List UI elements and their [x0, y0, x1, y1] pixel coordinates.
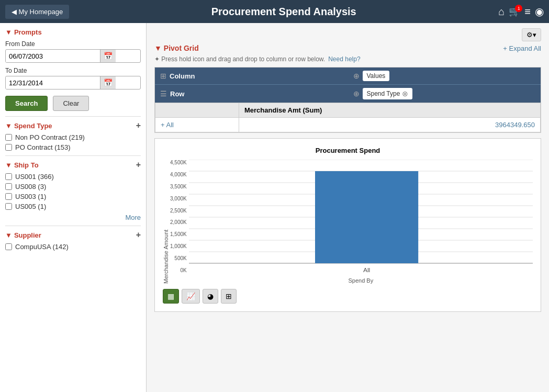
chart-svg-wrap: All Spend By — [189, 160, 533, 284]
y-tick-3: 3,500K — [170, 184, 187, 189]
supplier-arrow: ▼ — [5, 231, 12, 239]
supplier-checkbox-1[interactable] — [5, 243, 12, 250]
ship-to-checkbox-1[interactable] — [5, 173, 12, 180]
column-icon: ⊞ — [160, 72, 166, 80]
spend-type-item-label-2: PO Contract (153) — [15, 143, 71, 151]
x-axis-label: Spend By — [189, 277, 533, 284]
ship-to-label: Ship To — [14, 161, 39, 169]
chart-title: Procurement Spend — [163, 147, 533, 154]
y-tick-7: 1,500K — [170, 231, 187, 237]
search-button[interactable]: Search — [5, 96, 48, 111]
ship-to-more-link[interactable]: More — [5, 214, 141, 221]
pivot-column-row: ⊞ Column ⊕ Values — [155, 68, 541, 84]
left-panel: ▼ Prompts From Date 📅 To Date 📅 — [0, 23, 147, 392]
ship-to-item-2: US008 (3) — [15, 183, 46, 191]
home-icon-button[interactable]: ⌂ — [498, 6, 505, 18]
cart-icon-button[interactable]: 🛒1 — [509, 6, 520, 17]
from-date-input-wrap: 📅 — [5, 49, 141, 63]
back-button[interactable]: ◀ My Homepage — [5, 5, 69, 19]
bar-chart-button[interactable]: ▦ — [163, 289, 179, 304]
spend-type-label: Spend Type — [14, 122, 52, 130]
settings-row: ⚙▾ — [154, 28, 541, 41]
pivot-column-cell: ⊞ Column — [155, 68, 348, 84]
row-icon: ☰ — [160, 89, 167, 98]
to-date-input[interactable] — [6, 77, 100, 89]
ship-to-add-icon[interactable]: + — [136, 160, 141, 170]
list-item: PO Contract (153) — [5, 143, 141, 151]
user-icon-button[interactable]: ◉ — [535, 5, 544, 18]
pivot-grid-arrow: ▼ — [154, 44, 162, 52]
expand-all-link[interactable]: + Expand All — [503, 44, 541, 52]
y-tick-8: 1,000K — [170, 243, 187, 249]
supplier-add-icon[interactable]: + — [136, 230, 141, 240]
need-help-link[interactable]: Need help? — [328, 55, 360, 63]
table-chart-button[interactable]: ⊞ — [221, 289, 237, 304]
spend-type-drag-icon[interactable]: ⊕ — [353, 89, 360, 98]
list-item: Non PO Contract (219) — [5, 133, 141, 141]
pivot-row-row: ☰ Row ⊕ Spend Type ⊗ — [155, 84, 541, 103]
spend-type-item-label-1: Non PO Contract (219) — [15, 133, 85, 141]
spend-type-items: Non PO Contract (219) PO Contract (153) — [5, 133, 141, 151]
pivot-grid-container: ⊞ Column ⊕ Values ☰ Row ⊕ Spend Type — [154, 67, 541, 133]
ship-to-item-3: US003 (1) — [15, 193, 46, 200]
prompts-section: ▼ Prompts From Date 📅 To Date 📅 — [5, 28, 141, 111]
list-item: US008 (3) — [5, 183, 141, 191]
ship-to-checkbox-3[interactable] — [5, 193, 12, 200]
spend-type-checkbox-2[interactable] — [5, 144, 12, 151]
chart-area: Merchandise Amount 4,500K 4,000K 3,500K … — [163, 160, 533, 284]
list-item: CompuUSA (142) — [5, 243, 141, 251]
y-tick-6: 2,000K — [170, 219, 187, 225]
supplier-section: ▼ Supplier + CompuUSA (142) — [5, 230, 141, 251]
all-row-value: 3964349.650 — [239, 118, 541, 132]
y-tick-2: 4,000K — [170, 172, 187, 177]
all-row-label[interactable]: + All — [155, 118, 239, 132]
y-tick-5: 2,500K — [170, 208, 187, 214]
from-date-label: From Date — [5, 40, 141, 48]
prompts-label: Prompts — [14, 28, 42, 36]
from-date-input[interactable] — [6, 50, 100, 62]
pie-chart-button[interactable]: ◕ — [203, 289, 218, 304]
ship-to-item-1: US001 (366) — [15, 173, 54, 181]
list-item: US003 (1) — [5, 193, 141, 200]
ship-to-section: ▼ Ship To + US001 (366) US008 (3) — [5, 160, 141, 221]
spend-type-header[interactable]: ▼ Spend Type + — [5, 121, 141, 130]
help-text: ✦ Press hold icon and drag and drop to c… — [154, 55, 325, 63]
prompts-header[interactable]: ▼ Prompts — [5, 28, 141, 36]
cart-badge: 1 — [515, 5, 522, 12]
settings-gear-button[interactable]: ⚙▾ — [522, 28, 541, 41]
supplier-header[interactable]: ▼ Supplier + — [5, 230, 141, 240]
y-ticks: 4,500K 4,000K 3,500K 3,000K 2,500K 2,000… — [170, 160, 187, 284]
values-drag-icon[interactable]: ⊕ — [353, 72, 360, 80]
spend-type-tag-close[interactable]: ⊗ — [402, 89, 408, 98]
spend-type-tag-label: Spend Type — [367, 90, 400, 97]
chart-bar-all[interactable] — [315, 171, 418, 263]
spend-type-add-icon[interactable]: + — [136, 121, 141, 130]
spend-type-checkbox-1[interactable] — [5, 134, 12, 141]
main-layout: ▼ Prompts From Date 📅 To Date 📅 — [0, 23, 549, 392]
prompts-arrow: ▼ — [5, 28, 12, 36]
spend-type-section: ▼ Spend Type + Non PO Contract (219) PO … — [5, 121, 141, 151]
to-date-input-wrap: 📅 — [5, 76, 141, 89]
chart-toolbar: ▦ 📈 ◕ ⊞ — [163, 289, 533, 304]
supplier-item-1: CompuUSA (142) — [15, 243, 69, 251]
ship-to-item-4: US005 (1) — [15, 203, 46, 210]
clear-button[interactable]: Clear — [53, 96, 89, 111]
panel-collapse-handle[interactable]: ◀ — [146, 195, 147, 221]
all-row: + All 3964349.650 — [155, 118, 541, 132]
y-axis-label: Merchandise Amount — [163, 160, 169, 284]
header: ◀ My Homepage Procurement Spend Analysis… — [0, 0, 549, 23]
ship-to-checkbox-2[interactable] — [5, 183, 12, 190]
menu-icon-button[interactable]: ≡ — [524, 6, 531, 18]
chart-container: Procurement Spend Merchandise Amount 4,5… — [154, 138, 541, 312]
line-chart-button[interactable]: 📈 — [182, 289, 200, 304]
page-title: Procurement Spend Analysis — [69, 6, 498, 18]
ship-to-checkbox-4[interactable] — [5, 203, 12, 210]
ship-to-header[interactable]: ▼ Ship To + — [5, 160, 141, 170]
list-item: US001 (366) — [5, 173, 141, 181]
header-icons: ⌂ 🛒1 ≡ ◉ — [498, 5, 544, 18]
supplier-label: Supplier — [14, 231, 41, 239]
to-date-field: To Date 📅 — [5, 67, 141, 89]
from-date-calendar-icon[interactable]: 📅 — [100, 50, 116, 62]
to-date-calendar-icon[interactable]: 📅 — [100, 76, 116, 89]
values-tag: Values — [363, 71, 390, 81]
